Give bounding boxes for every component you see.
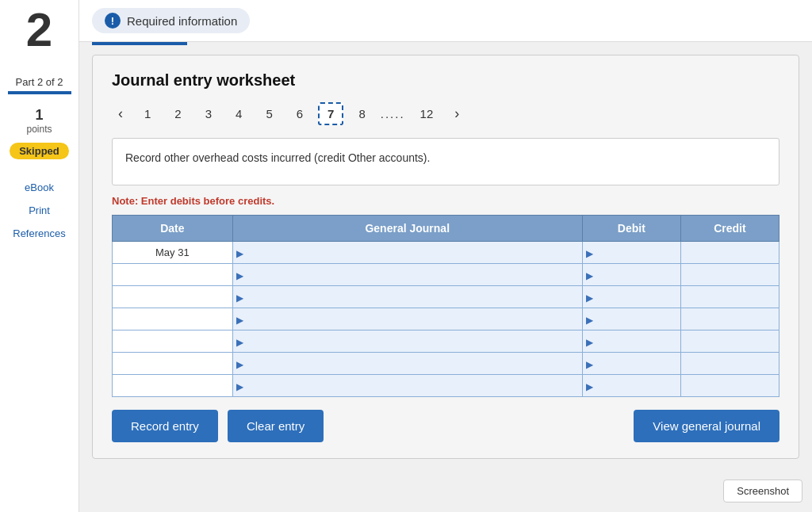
part-number: 2 bbox=[26, 6, 52, 54]
required-info-pill[interactable]: ! Required information bbox=[92, 8, 250, 33]
table-row: ▶ ▶ bbox=[113, 353, 779, 375]
next-page-button[interactable]: › bbox=[448, 102, 465, 125]
page-8[interactable]: 8 bbox=[350, 103, 373, 124]
page-7[interactable]: 7 bbox=[318, 102, 343, 125]
instruction-box: Record other overhead costs incurred (cr… bbox=[112, 138, 779, 185]
date-cell-5 bbox=[113, 331, 233, 353]
header-debit: Debit bbox=[582, 216, 680, 242]
table-row: ▶ ▶ bbox=[113, 331, 779, 353]
credit-cell-7[interactable] bbox=[680, 375, 779, 397]
info-icon: ! bbox=[105, 13, 121, 29]
page-4[interactable]: 4 bbox=[227, 103, 251, 124]
part-label: Part 2 of 2 bbox=[8, 76, 71, 88]
action-buttons: Record entry Clear entry View general jo… bbox=[112, 410, 779, 442]
note-body: Enter debits before credits. bbox=[141, 195, 274, 207]
debit-cell-7[interactable]: ▶ bbox=[582, 375, 680, 397]
gj-cell-5[interactable]: ▶ bbox=[232, 331, 582, 353]
table-row: ▶ ▶ bbox=[113, 286, 779, 308]
date-cell-2 bbox=[113, 264, 233, 286]
page-3[interactable]: 3 bbox=[197, 103, 220, 124]
debit-cell-3[interactable]: ▶ bbox=[582, 286, 680, 308]
credit-cell-2[interactable] bbox=[680, 264, 779, 286]
table-row: May 31 ▶ ▶ bbox=[113, 242, 779, 264]
gj-cell-7[interactable]: ▶ bbox=[232, 375, 582, 397]
sidebar-link-print[interactable]: Print bbox=[0, 201, 79, 220]
table-row: ▶ ▶ bbox=[113, 264, 779, 286]
top-bar: ! Required information bbox=[79, 0, 812, 42]
required-info-label: Required information bbox=[127, 14, 237, 28]
page-6[interactable]: 6 bbox=[288, 103, 312, 124]
credit-cell-1[interactable] bbox=[680, 242, 779, 264]
screenshot-button[interactable]: Screenshot bbox=[723, 480, 802, 502]
note-text: Note: Enter debits before credits. bbox=[112, 195, 779, 207]
skipped-badge: Skipped bbox=[10, 143, 69, 159]
header-general-journal: General Journal bbox=[232, 216, 582, 242]
main-area: ! Required information Journal entry wor… bbox=[79, 0, 812, 512]
worksheet-container: Journal entry worksheet ‹ 1 2 3 4 5 6 7 … bbox=[92, 55, 799, 459]
debit-cell-4[interactable]: ▶ bbox=[582, 308, 680, 331]
pagination: ‹ 1 2 3 4 5 6 7 8 ..... 12 › bbox=[112, 102, 779, 125]
points-label: points bbox=[26, 124, 52, 135]
date-cell-7 bbox=[113, 375, 233, 397]
journal-table: Date General Journal Debit Credit May 31… bbox=[112, 215, 779, 397]
sidebar-links: eBook Print References bbox=[0, 178, 79, 243]
debit-cell-2[interactable]: ▶ bbox=[582, 264, 680, 286]
blue-underline-bar bbox=[92, 42, 187, 45]
view-general-journal-button[interactable]: View general journal bbox=[634, 410, 779, 442]
points-value: 1 bbox=[35, 107, 43, 124]
note-prefix: Note: bbox=[112, 195, 138, 207]
gj-cell-1[interactable]: ▶ bbox=[232, 242, 582, 264]
header-date: Date bbox=[113, 216, 233, 242]
credit-cell-6[interactable] bbox=[680, 353, 779, 375]
worksheet-title: Journal entry worksheet bbox=[112, 71, 779, 90]
page-12[interactable]: 12 bbox=[412, 103, 442, 124]
left-sidebar: 2 Part 2 of 2 1 points Skipped eBook Pri… bbox=[0, 0, 79, 512]
debit-cell-5[interactable]: ▶ bbox=[582, 331, 680, 353]
date-cell-4 bbox=[113, 308, 233, 331]
sidebar-link-references[interactable]: References bbox=[0, 224, 79, 243]
page-5[interactable]: 5 bbox=[257, 103, 281, 124]
table-row: ▶ ▶ bbox=[113, 308, 779, 331]
record-entry-button[interactable]: Record entry bbox=[112, 410, 218, 442]
table-row: ▶ ▶ bbox=[113, 375, 779, 397]
gj-cell-4[interactable]: ▶ bbox=[232, 308, 582, 331]
gj-cell-2[interactable]: ▶ bbox=[232, 264, 582, 286]
header-credit: Credit bbox=[680, 216, 779, 242]
page-2[interactable]: 2 bbox=[166, 103, 190, 124]
date-cell-3 bbox=[113, 286, 233, 308]
credit-cell-4[interactable] bbox=[680, 308, 779, 331]
prev-page-button[interactable]: ‹ bbox=[112, 102, 129, 125]
page-1[interactable]: 1 bbox=[136, 103, 159, 124]
credit-cell-3[interactable] bbox=[680, 286, 779, 308]
instruction-text: Record other overhead costs incurred (cr… bbox=[125, 151, 430, 164]
clear-entry-button[interactable]: Clear entry bbox=[228, 410, 324, 442]
credit-cell-5[interactable] bbox=[680, 331, 779, 353]
debit-cell-1[interactable]: ▶ bbox=[582, 242, 680, 264]
gj-cell-6[interactable]: ▶ bbox=[232, 353, 582, 375]
debit-cell-6[interactable]: ▶ bbox=[582, 353, 680, 375]
gj-cell-3[interactable]: ▶ bbox=[232, 286, 582, 308]
page-dots: ..... bbox=[381, 107, 405, 120]
date-cell-1: May 31 bbox=[113, 242, 233, 264]
sidebar-link-ebook[interactable]: eBook bbox=[0, 178, 79, 197]
date-cell-6 bbox=[113, 353, 233, 375]
